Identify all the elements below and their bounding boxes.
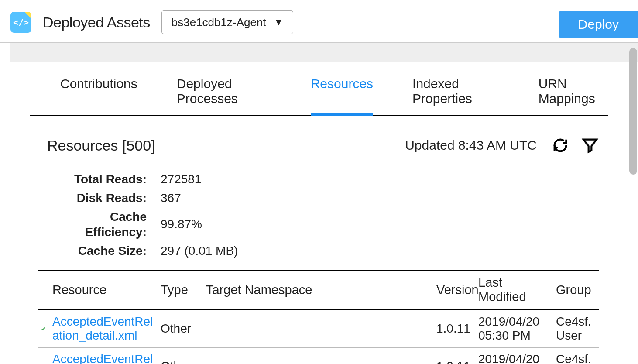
updated-text: Updated 8:43 AM UTC	[405, 138, 537, 153]
resource-link[interactable]: AcceptedEventRelation_picklist.xml	[52, 352, 154, 364]
col-version[interactable]: Version	[433, 271, 475, 309]
cell-version: 1.0.11	[433, 348, 475, 364]
table-row: AcceptedEventRelation_detail.xmlOther1.0…	[38, 310, 599, 348]
resources-table: Resource Type Target Namespace Version L…	[38, 270, 599, 364]
deploy-button[interactable]: Deploy	[559, 11, 638, 38]
resource-link[interactable]: AcceptedEventRelation_detail.xml	[52, 315, 154, 343]
cell-group: Ce4sf.User	[552, 310, 599, 347]
cell-modified: 2019/04/2005:30 PM	[475, 348, 552, 364]
col-group[interactable]: Group	[552, 271, 599, 309]
stats-label: Cache Efficiency:	[47, 209, 161, 240]
stats-value: 99.87%	[161, 217, 202, 231]
cell-group: Ce4sf.User	[552, 348, 599, 364]
chevron-down-icon: ▼	[274, 17, 284, 28]
tabs: ContributionsDeployed ProcessesResources…	[30, 62, 608, 116]
table-header-row: Resource Type Target Namespace Version L…	[38, 271, 599, 310]
cell-namespace	[202, 310, 433, 347]
section-title: Resources [500]	[47, 137, 155, 154]
cell-type: Other	[157, 310, 202, 347]
page-title: Deployed Assets	[43, 14, 150, 31]
app-icon: </>	[10, 12, 31, 33]
table-row: AcceptedEventRelation_picklist.xmlOther1…	[38, 348, 599, 364]
check-icon	[38, 310, 49, 347]
tab-contributions[interactable]: Contributions	[60, 76, 137, 115]
stats-value: 272581	[161, 172, 201, 186]
vertical-scrollbar[interactable]	[629, 48, 637, 175]
tab-deployed-processes[interactable]: Deployed Processes	[177, 76, 271, 115]
stats-value: 297 (0.01 MB)	[161, 244, 238, 258]
tab-urn-mappings[interactable]: URN Mappings	[539, 76, 608, 115]
col-resource[interactable]: Resource	[49, 271, 157, 309]
agent-select-value: bs3e1cdb1z-Agent	[172, 16, 266, 29]
agent-select[interactable]: bs3e1cdb1z-Agent ▼	[161, 10, 294, 34]
col-type[interactable]: Type	[157, 271, 202, 309]
cell-namespace	[202, 348, 433, 364]
tab-resources[interactable]: Resources	[311, 76, 373, 116]
stats-label: Cache Size:	[47, 243, 161, 258]
filter-icon[interactable]	[581, 137, 599, 154]
cell-type: Other	[157, 348, 202, 364]
col-modified[interactable]: Last Modified	[475, 271, 552, 309]
stats-label: Disk Reads:	[47, 190, 161, 206]
refresh-icon[interactable]	[552, 137, 569, 154]
tab-indexed-properties[interactable]: Indexed Properties	[412, 76, 499, 115]
col-namespace[interactable]: Target Namespace	[202, 271, 433, 309]
check-icon	[38, 348, 49, 364]
toolbar-strip	[10, 43, 638, 62]
stats-label: Total Reads:	[47, 172, 161, 187]
cell-version: 1.0.11	[433, 310, 475, 347]
cell-modified: 2019/04/2005:30 PM	[475, 310, 552, 347]
stats-value: 367	[161, 191, 181, 205]
